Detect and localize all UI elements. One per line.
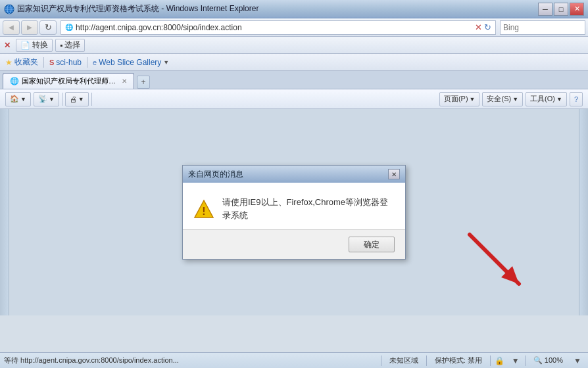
help-icon: ? bbox=[574, 95, 578, 103]
page-menu-group: 页面(P) ▼ 安全(S) ▼ 工具(O) ▼ ? bbox=[439, 92, 583, 106]
tab-bar: 🌐 国家知识产权局专利代理师资格考试系统 ✕ + bbox=[0, 71, 588, 89]
dialog-message: 请使用IE9以上、Firefox,Chrome等浏览器登录系统 bbox=[222, 196, 395, 221]
status-icons: 🔒 ▼ bbox=[493, 354, 522, 367]
back-button[interactable]: ◄ bbox=[3, 20, 20, 35]
stop-icon[interactable]: ✕ bbox=[475, 22, 482, 32]
feed-button[interactable]: 📡 ▼ bbox=[34, 92, 59, 106]
safety-menu-dropdown-icon: ▼ bbox=[512, 96, 518, 103]
home-icon: 🏠 bbox=[10, 95, 19, 103]
dialog-title-bar: 来自网页的消息 ✕ bbox=[183, 166, 405, 183]
safety-menu-label: 安全(S) bbox=[487, 94, 511, 104]
select-label: 选择 bbox=[64, 39, 80, 51]
close-button[interactable]: ✕ bbox=[570, 3, 584, 16]
dialog-body: ! 请使用IE9以上、Firefox,Chrome等浏览器登录系统 bbox=[183, 183, 405, 229]
go-button[interactable]: ↻ bbox=[484, 22, 491, 32]
favorites-separator2 bbox=[87, 57, 87, 68]
status-text: 等待 http://agent.cnipa.gov.cn:8000/sipo/i… bbox=[4, 356, 378, 365]
zoom-label: 100% bbox=[545, 356, 563, 364]
print-icon: 🖨 bbox=[70, 95, 77, 103]
status-sep4 bbox=[525, 356, 526, 366]
navigation-bar: ◄ ► ↻ 🌐 http://agent.cnipa.gov.cn:8000/s… bbox=[0, 18, 588, 37]
favorites-folder[interactable]: ★ 收藏夹 bbox=[5, 57, 38, 68]
zone-status: 未知区域 bbox=[384, 356, 424, 365]
toolbar-bar: ✕ 📄 转换 ▪ 选择 bbox=[0, 37, 588, 54]
status-dropdown-button[interactable]: ▼ bbox=[509, 354, 522, 367]
tab-icon: 🌐 bbox=[10, 77, 19, 85]
webslice-label: Web Slice Gallery bbox=[99, 58, 161, 67]
toolbar-close[interactable]: ✕ bbox=[4, 41, 11, 50]
new-tab-button[interactable]: + bbox=[137, 76, 150, 89]
page-menu-button[interactable]: 页面(P) ▼ bbox=[439, 92, 480, 106]
star-icon: ★ bbox=[5, 58, 12, 67]
home-button[interactable]: 🏠 ▼ bbox=[5, 92, 31, 106]
tab-close-button[interactable]: ✕ bbox=[122, 78, 127, 85]
address-icon: 🌐 bbox=[65, 24, 73, 31]
tools-menu-button[interactable]: 工具(O) ▼ bbox=[526, 92, 567, 106]
browser-icon bbox=[4, 4, 14, 14]
convert-label: 转换 bbox=[32, 39, 48, 51]
page-menu-label: 页面(P) bbox=[444, 94, 468, 104]
tab-label: 国家知识产权局专利代理师资格考试系统 bbox=[22, 76, 116, 86]
address-text: http://agent.cnipa.gov.cn:8000/sipo/inde… bbox=[76, 23, 475, 32]
tools-menu-dropdown-icon: ▼ bbox=[556, 96, 562, 103]
search-input[interactable] bbox=[503, 23, 588, 32]
home-dropdown-icon: ▼ bbox=[20, 96, 26, 103]
page-menu-dropdown-icon: ▼ bbox=[470, 96, 476, 103]
status-icon-1[interactable]: 🔒 bbox=[493, 354, 506, 367]
print-button[interactable]: 🖨 ▼ bbox=[65, 92, 89, 106]
convert-button[interactable]: 📄 转换 bbox=[16, 39, 53, 52]
forward-button[interactable]: ► bbox=[21, 20, 38, 35]
svg-text:!: ! bbox=[202, 206, 205, 217]
dialog-ok-button[interactable]: 确定 bbox=[349, 237, 395, 252]
tab-main[interactable]: 🌐 国家知识产权局专利代理师资格考试系统 ✕ bbox=[3, 73, 134, 89]
refresh-nav-button[interactable]: ↻ bbox=[39, 20, 57, 35]
favorites-separator bbox=[43, 57, 44, 68]
zoom-dropdown-button[interactable]: ▼ bbox=[571, 354, 584, 367]
webslice-icon: e bbox=[93, 58, 97, 66]
maximize-button[interactable]: □ bbox=[554, 3, 568, 16]
scihub-icon: S bbox=[49, 58, 54, 66]
red-arrow bbox=[456, 221, 535, 302]
favorites-label: 收藏夹 bbox=[14, 57, 38, 68]
favorites-item-webslice[interactable]: e Web Slice Gallery ▼ bbox=[93, 58, 169, 67]
page-toolbar: 🏠 ▼ 📡 ▼ 🖨 ▼ 页面(P) ▼ 安全(S) ▼ 工具(O) ▼ ? bbox=[0, 89, 588, 109]
browser-content: 来自网页的消息 ✕ ! 请使用IE9以上、Firefox,Chrome等浏览器登… bbox=[0, 109, 588, 315]
select-icon: ▪ bbox=[60, 41, 62, 50]
favorites-item-scihub[interactable]: S sci-hub bbox=[49, 58, 82, 67]
window-title: 国家知识产权局专利代理师资格考试系统 - Windows Internet Ex… bbox=[17, 3, 538, 14]
help-button[interactable]: ? bbox=[570, 92, 583, 106]
message-dialog: 来自网页的消息 ✕ ! 请使用IE9以上、Firefox,Chrome等浏览器登… bbox=[182, 165, 406, 260]
status-bar: 等待 http://agent.cnipa.gov.cn:8000/sipo/i… bbox=[0, 352, 588, 368]
minimize-button[interactable]: ─ bbox=[538, 3, 552, 16]
zoom-status: 🔍 100% bbox=[528, 356, 568, 365]
safety-menu-button[interactable]: 安全(S) ▼ bbox=[482, 92, 523, 106]
convert-icon: 📄 bbox=[20, 41, 30, 50]
scihub-label: sci-hub bbox=[56, 58, 82, 67]
title-bar: 国家知识产权局专利代理师资格考试系统 - Windows Internet Ex… bbox=[0, 0, 588, 18]
feed-dropdown-icon: ▼ bbox=[49, 96, 55, 103]
toolbar-sep2 bbox=[91, 93, 92, 106]
dialog-title: 来自网页的消息 bbox=[188, 169, 243, 180]
feed-icon: 📡 bbox=[38, 95, 47, 103]
protection-status: 保护模式: 禁用 bbox=[429, 356, 487, 365]
select-button[interactable]: ▪ 选择 bbox=[55, 39, 85, 52]
toolbar-sep1 bbox=[62, 93, 62, 106]
zoom-icon: 🔍 bbox=[533, 356, 543, 364]
dialog-close-button[interactable]: ✕ bbox=[388, 169, 400, 179]
status-sep1 bbox=[381, 356, 381, 366]
warning-icon: ! bbox=[193, 198, 214, 219]
print-dropdown-icon: ▼ bbox=[78, 96, 84, 103]
dialog-footer: 确定 bbox=[183, 229, 405, 259]
webslice-dropdown-icon[interactable]: ▼ bbox=[163, 59, 169, 66]
status-sep3 bbox=[490, 356, 491, 366]
favorites-bar: ★ 收藏夹 S sci-hub e Web Slice Gallery ▼ bbox=[0, 54, 588, 71]
address-bar[interactable]: 🌐 http://agent.cnipa.gov.cn:8000/sipo/in… bbox=[61, 20, 496, 35]
status-sep2 bbox=[426, 356, 427, 366]
tools-menu-label: 工具(O) bbox=[530, 94, 555, 104]
search-box[interactable]: 🔍 bbox=[500, 20, 585, 35]
window-controls[interactable]: ─ □ ✕ bbox=[538, 3, 584, 16]
